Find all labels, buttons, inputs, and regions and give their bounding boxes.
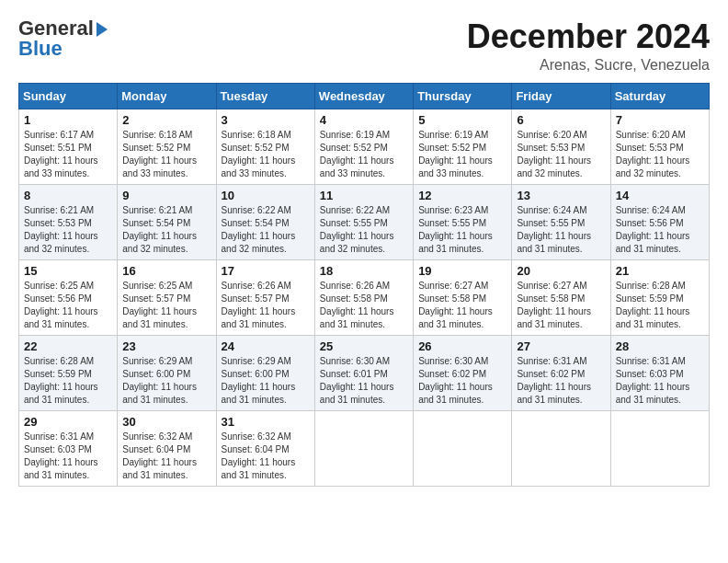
- calendar-cell: 30Sunrise: 6:32 AMSunset: 6:04 PMDayligh…: [118, 410, 216, 486]
- calendar-cell: 23Sunrise: 6:29 AMSunset: 6:00 PMDayligh…: [118, 335, 216, 410]
- day-info: Sunrise: 6:29 AMSunset: 6:00 PMDaylight:…: [122, 355, 210, 407]
- weekday-sunday: Sunday: [19, 83, 118, 109]
- day-info: Sunrise: 6:26 AMSunset: 5:58 PMDaylight:…: [320, 280, 408, 331]
- calendar-cell: 15Sunrise: 6:25 AMSunset: 5:56 PMDayligh…: [19, 259, 118, 335]
- day-number: 21: [616, 264, 704, 278]
- day-number: 25: [320, 339, 408, 353]
- day-info: Sunrise: 6:30 AMSunset: 6:02 PMDaylight:…: [418, 355, 506, 407]
- calendar-cell: [610, 410, 709, 486]
- calendar-cell: 21Sunrise: 6:28 AMSunset: 5:59 PMDayligh…: [610, 259, 709, 335]
- day-number: 27: [517, 339, 605, 353]
- day-number: 23: [122, 339, 210, 353]
- calendar-cell: [314, 410, 413, 486]
- calendar-cell: [414, 410, 512, 486]
- calendar-cell: 24Sunrise: 6:29 AMSunset: 6:00 PMDayligh…: [216, 335, 314, 410]
- calendar-cell: 12Sunrise: 6:23 AMSunset: 5:55 PMDayligh…: [414, 184, 512, 259]
- weekday-tuesday: Tuesday: [216, 83, 314, 109]
- day-info: Sunrise: 6:23 AMSunset: 5:55 PMDaylight:…: [418, 204, 506, 256]
- calendar-cell: 28Sunrise: 6:31 AMSunset: 6:03 PMDayligh…: [610, 335, 709, 410]
- weekday-friday: Friday: [512, 83, 610, 109]
- day-info: Sunrise: 6:18 AMSunset: 5:52 PMDaylight:…: [222, 129, 310, 180]
- calendar-cell: 22Sunrise: 6:28 AMSunset: 5:59 PMDayligh…: [19, 335, 118, 410]
- day-number: 17: [222, 264, 310, 278]
- day-number: 13: [517, 189, 605, 202]
- day-number: 19: [418, 264, 506, 278]
- day-info: Sunrise: 6:31 AMSunset: 6:02 PMDaylight:…: [517, 355, 605, 407]
- day-info: Sunrise: 6:21 AMSunset: 5:53 PMDaylight:…: [24, 204, 112, 256]
- calendar-cell: 31Sunrise: 6:32 AMSunset: 6:04 PMDayligh…: [216, 410, 314, 486]
- day-number: 29: [24, 415, 112, 429]
- calendar-header-row: Sunday Monday Tuesday Wednesday Thursday…: [19, 83, 710, 109]
- day-number: 10: [222, 189, 310, 202]
- day-info: Sunrise: 6:29 AMSunset: 6:00 PMDaylight:…: [222, 355, 310, 407]
- day-number: 26: [418, 339, 506, 353]
- weekday-wednesday: Wednesday: [314, 83, 413, 109]
- calendar-week-row: 15Sunrise: 6:25 AMSunset: 5:56 PMDayligh…: [19, 259, 710, 335]
- day-number: 12: [418, 189, 506, 202]
- day-info: Sunrise: 6:32 AMSunset: 6:04 PMDaylight:…: [122, 431, 210, 482]
- calendar-cell: 18Sunrise: 6:26 AMSunset: 5:58 PMDayligh…: [314, 259, 413, 335]
- day-info: Sunrise: 6:27 AMSunset: 5:58 PMDaylight:…: [517, 280, 605, 331]
- day-info: Sunrise: 6:24 AMSunset: 5:56 PMDaylight:…: [616, 204, 704, 256]
- day-number: 4: [320, 113, 408, 127]
- calendar-table: Sunday Monday Tuesday Wednesday Thursday…: [18, 83, 710, 487]
- logo-text: General Blue: [18, 18, 108, 59]
- day-info: Sunrise: 6:20 AMSunset: 5:53 PMDaylight:…: [616, 129, 704, 180]
- calendar-cell: 16Sunrise: 6:25 AMSunset: 5:57 PMDayligh…: [118, 259, 216, 335]
- day-number: 6: [517, 113, 605, 127]
- calendar-cell: 4Sunrise: 6:19 AMSunset: 5:52 PMDaylight…: [314, 109, 413, 184]
- calendar-cell: 20Sunrise: 6:27 AMSunset: 5:58 PMDayligh…: [512, 259, 610, 335]
- day-number: 7: [616, 113, 704, 127]
- weekday-saturday: Saturday: [610, 83, 709, 109]
- day-number: 30: [122, 415, 210, 429]
- day-number: 28: [616, 339, 704, 353]
- day-number: 2: [122, 113, 210, 127]
- day-info: Sunrise: 6:28 AMSunset: 5:59 PMDaylight:…: [616, 280, 704, 331]
- day-info: Sunrise: 6:25 AMSunset: 5:57 PMDaylight:…: [122, 280, 210, 331]
- day-number: 20: [517, 264, 605, 278]
- day-number: 16: [122, 264, 210, 278]
- day-info: Sunrise: 6:27 AMSunset: 5:58 PMDaylight:…: [418, 280, 506, 331]
- calendar-cell: 10Sunrise: 6:22 AMSunset: 5:54 PMDayligh…: [216, 184, 314, 259]
- calendar-week-row: 29Sunrise: 6:31 AMSunset: 6:03 PMDayligh…: [19, 410, 710, 486]
- day-number: 14: [616, 189, 704, 202]
- day-number: 5: [418, 113, 506, 127]
- calendar-week-row: 22Sunrise: 6:28 AMSunset: 5:59 PMDayligh…: [19, 335, 710, 410]
- day-number: 24: [222, 339, 310, 353]
- calendar-cell: 5Sunrise: 6:19 AMSunset: 5:52 PMDaylight…: [414, 109, 512, 184]
- calendar-cell: 8Sunrise: 6:21 AMSunset: 5:53 PMDaylight…: [19, 184, 118, 259]
- calendar-cell: 7Sunrise: 6:20 AMSunset: 5:53 PMDaylight…: [610, 109, 709, 184]
- day-info: Sunrise: 6:22 AMSunset: 5:54 PMDaylight:…: [222, 204, 310, 256]
- calendar-cell: 26Sunrise: 6:30 AMSunset: 6:02 PMDayligh…: [414, 335, 512, 410]
- weekday-thursday: Thursday: [414, 83, 512, 109]
- calendar-cell: 27Sunrise: 6:31 AMSunset: 6:02 PMDayligh…: [512, 335, 610, 410]
- calendar-cell: 17Sunrise: 6:26 AMSunset: 5:57 PMDayligh…: [216, 259, 314, 335]
- calendar-cell: [512, 410, 610, 486]
- calendar-cell: 14Sunrise: 6:24 AMSunset: 5:56 PMDayligh…: [610, 184, 709, 259]
- day-number: 9: [122, 189, 210, 202]
- calendar-cell: 11Sunrise: 6:22 AMSunset: 5:55 PMDayligh…: [314, 184, 413, 259]
- day-number: 31: [222, 415, 310, 429]
- day-info: Sunrise: 6:21 AMSunset: 5:54 PMDaylight:…: [122, 204, 210, 256]
- calendar-cell: 29Sunrise: 6:31 AMSunset: 6:03 PMDayligh…: [19, 410, 118, 486]
- day-number: 1: [24, 113, 112, 127]
- day-info: Sunrise: 6:19 AMSunset: 5:52 PMDaylight:…: [418, 129, 506, 180]
- day-info: Sunrise: 6:32 AMSunset: 6:04 PMDaylight:…: [222, 431, 310, 482]
- day-number: 3: [222, 113, 310, 127]
- day-info: Sunrise: 6:17 AMSunset: 5:51 PMDaylight:…: [24, 129, 112, 180]
- calendar-cell: 9Sunrise: 6:21 AMSunset: 5:54 PMDaylight…: [118, 184, 216, 259]
- calendar-cell: 1Sunrise: 6:17 AMSunset: 5:51 PMDaylight…: [19, 109, 118, 184]
- day-info: Sunrise: 6:31 AMSunset: 6:03 PMDaylight:…: [24, 431, 112, 482]
- month-year-title: December 2024: [467, 18, 710, 55]
- day-info: Sunrise: 6:25 AMSunset: 5:56 PMDaylight:…: [24, 280, 112, 331]
- calendar-cell: 3Sunrise: 6:18 AMSunset: 5:52 PMDaylight…: [216, 109, 314, 184]
- page-header: General Blue December 2024 Arenas, Sucre…: [18, 18, 710, 74]
- calendar-cell: 6Sunrise: 6:20 AMSunset: 5:53 PMDaylight…: [512, 109, 610, 184]
- day-number: 18: [320, 264, 408, 278]
- calendar-week-row: 8Sunrise: 6:21 AMSunset: 5:53 PMDaylight…: [19, 184, 710, 259]
- day-info: Sunrise: 6:31 AMSunset: 6:03 PMDaylight:…: [616, 355, 704, 407]
- logo: General Blue: [18, 18, 108, 59]
- day-info: Sunrise: 6:26 AMSunset: 5:57 PMDaylight:…: [222, 280, 310, 331]
- title-block: December 2024 Arenas, Sucre, Venezuela: [467, 18, 710, 74]
- calendar-cell: 25Sunrise: 6:30 AMSunset: 6:01 PMDayligh…: [314, 335, 413, 410]
